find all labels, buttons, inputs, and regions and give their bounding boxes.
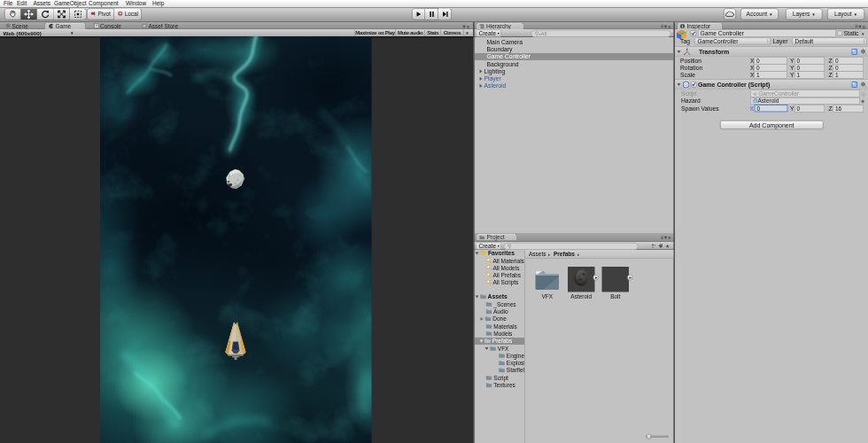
svg-text:C#: C# [684,82,689,87]
